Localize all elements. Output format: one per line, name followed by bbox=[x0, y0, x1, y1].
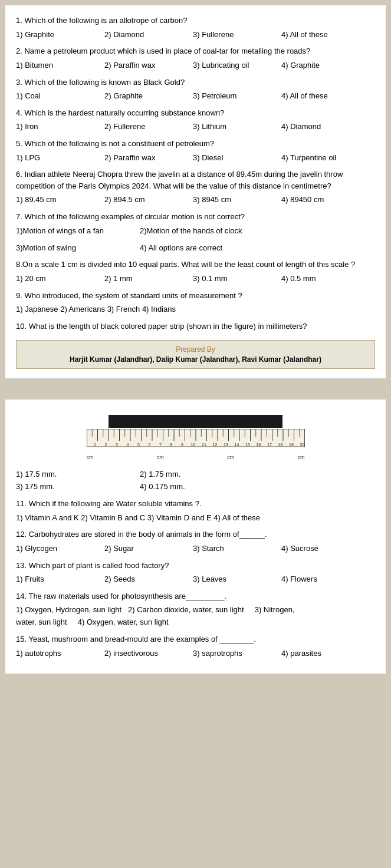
option-12-3: 3) Starch bbox=[193, 543, 275, 555]
svg-text:7: 7 bbox=[159, 443, 162, 447]
ruler-cm-label-left: cm bbox=[87, 454, 94, 460]
option-15-3: 3) saprotrophs bbox=[193, 648, 275, 660]
option-13-4: 4) Flowers bbox=[281, 573, 364, 586]
svg-text:9: 9 bbox=[181, 443, 183, 447]
question-13-options: 1) Fruits 2) Seeds 3) Leaves 4) Flowers bbox=[16, 573, 375, 586]
option-15-4: 4) parasites bbox=[281, 648, 364, 660]
question-1-text: 1. Which of the following is an allotrop… bbox=[16, 15, 375, 27]
question-3-options: 1) Coal 2) Graphite 3) Petroleum 4) All … bbox=[16, 90, 375, 103]
option-3-3: 3) Petroleum bbox=[193, 90, 275, 103]
option-2-3: 3) Lubricating oil bbox=[193, 60, 275, 72]
option-4-2: 2) Fullerene bbox=[104, 121, 187, 133]
svg-text:20: 20 bbox=[300, 443, 304, 447]
option-6-3: 3) 8945 cm bbox=[193, 194, 275, 206]
question-7-options-row1: 1)Motion of wings of a fan 2)Motion of t… bbox=[16, 225, 375, 237]
option-5-4: 4) Turpentine oil bbox=[281, 152, 364, 164]
question-5-options: 1) LPG 2) Paraffin wax 3) Diesel 4) Turp… bbox=[16, 152, 375, 164]
question-14-options: 1) Oxygen, Hydrogen, sun light 2) Carbon… bbox=[16, 604, 375, 629]
option-4-3: 3) Lithium bbox=[193, 121, 275, 133]
option-6-2: 2) 894.5 cm bbox=[104, 194, 187, 206]
question-3-text: 3. Which of the following is known as Bl… bbox=[16, 77, 375, 88]
svg-text:3: 3 bbox=[116, 443, 118, 447]
option-6-1: 1) 89.45 cm bbox=[16, 194, 98, 206]
ruler-option-2: 2) 1.75 mm. bbox=[140, 468, 258, 481]
svg-text:4: 4 bbox=[126, 443, 129, 447]
black-strip bbox=[109, 415, 282, 428]
option-7-1: 1)Motion of wings of a fan bbox=[16, 225, 134, 237]
question-7-text: 7. Which of the following examples of ci… bbox=[16, 211, 375, 223]
option-15-1: 1) autotrophs bbox=[16, 648, 98, 660]
option-5-3: 3) Diesel bbox=[193, 152, 275, 164]
option-7-2: 2)Motion of the hands of clock bbox=[140, 225, 258, 237]
svg-text:11: 11 bbox=[202, 443, 206, 447]
option-12-1: 1) Glycogen bbox=[16, 543, 98, 555]
option-6-4: 4) 89450 cm bbox=[281, 194, 364, 206]
question-7-options-row2: 3)Motion of swing 4) All options are cor… bbox=[16, 242, 375, 255]
option-4-1: 1) Iron bbox=[16, 121, 98, 133]
question-9-options: 1) Japanese 2) Americans 3) French 4) In… bbox=[16, 303, 375, 316]
option-5-1: 1) LPG bbox=[16, 152, 98, 164]
option-13-1: 1) Fruits bbox=[16, 573, 98, 586]
option-2-1: 1) Bitumen bbox=[16, 60, 98, 72]
svg-text:12: 12 bbox=[212, 443, 217, 447]
ruler-cm-label-mid: cm bbox=[157, 454, 164, 460]
option-12-2: 2) Sugar bbox=[104, 543, 187, 555]
prepared-names: Harjit Kumar (Jalandhar), Dalip Kumar (J… bbox=[21, 355, 370, 364]
ruler-image: 1 2 3 4 5 6 7 8 9 10 11 12 13 14 15 16 1… bbox=[87, 429, 305, 453]
svg-text:17: 17 bbox=[267, 443, 272, 447]
svg-text:2: 2 bbox=[104, 443, 107, 447]
question-2-text: 2. Name a petroleum product which is use… bbox=[16, 45, 375, 57]
svg-text:15: 15 bbox=[245, 443, 250, 447]
option-15-2: 2) insectivorous bbox=[104, 648, 187, 660]
question-15-text: 15. Yeast, mushroom and bread-mould are … bbox=[16, 633, 375, 645]
ruler-section: 1 2 3 4 5 6 7 8 9 10 11 12 13 14 15 16 1… bbox=[16, 415, 375, 460]
question-4-options: 1) Iron 2) Fullerene 3) Lithium 4) Diamo… bbox=[16, 121, 375, 133]
question-11-text: 11. Which if the following are Water sol… bbox=[16, 498, 375, 510]
option-1-4: 4) All of these bbox=[281, 29, 364, 41]
option-8-4: 4) 0.5 mm bbox=[281, 273, 364, 285]
question-8-text: 8.On a scale 1 cm is divided into 10 equ… bbox=[16, 259, 375, 270]
question-6-text: 6. Indian athlete Neeraj Chopra threw th… bbox=[16, 169, 375, 192]
page-gap bbox=[0, 384, 391, 394]
option-5-2: 2) Paraffin wax bbox=[104, 152, 187, 164]
option-8-1: 1) 20 cm bbox=[16, 273, 98, 285]
option-8-3: 3) 0.1 mm bbox=[193, 273, 275, 285]
page-2: 1 2 3 4 5 6 7 8 9 10 11 12 13 14 15 16 1… bbox=[5, 399, 386, 674]
svg-text:10: 10 bbox=[190, 443, 195, 447]
option-13-3: 3) Leaves bbox=[193, 573, 275, 586]
option-1-3: 3) Fullerene bbox=[193, 29, 275, 41]
option-13-2: 2) Seeds bbox=[104, 573, 187, 586]
question-8-options: 1) 20 cm 2) 1 mm 3) 0.1 mm 4) 0.5 mm bbox=[16, 273, 375, 285]
svg-text:8: 8 bbox=[170, 443, 172, 447]
ruler-cm-label-right: cm bbox=[297, 454, 304, 460]
question-5-text: 5. Which of the following is not a const… bbox=[16, 138, 375, 150]
ruler-option-3: 3) 175 mm. bbox=[16, 481, 134, 493]
svg-text:18: 18 bbox=[278, 443, 282, 447]
question-6-options: 1) 89.45 cm 2) 894.5 cm 3) 8945 cm 4) 89… bbox=[16, 194, 375, 206]
option-3-1: 1) Coal bbox=[16, 90, 98, 103]
option-2-4: 4) Graphite bbox=[281, 60, 364, 72]
question-9-text: 9. Who introduced, the system of standar… bbox=[16, 290, 375, 302]
option-1-1: 1) Graphite bbox=[16, 29, 98, 41]
svg-text:14: 14 bbox=[234, 443, 239, 447]
page-1: 1. Which of the following is an allotrop… bbox=[5, 5, 386, 379]
question-11-options: 1) Vitamin A and K 2) Vitamin B and C 3)… bbox=[16, 512, 375, 524]
question-4-text: 4. Which is the hardest naturally occurr… bbox=[16, 107, 375, 119]
option-2-2: 2) Paraffin wax bbox=[104, 60, 187, 72]
option-3-2: 2) Graphite bbox=[104, 90, 187, 103]
question-2-options: 1) Bitumen 2) Paraffin wax 3) Lubricatin… bbox=[16, 60, 375, 72]
prepared-by-label: Prepared By bbox=[21, 345, 370, 354]
prepared-box: Prepared By Harjit Kumar (Jalandhar), Da… bbox=[16, 340, 375, 369]
ruler-option-1: 1) 17.5 mm. bbox=[16, 468, 134, 481]
question-14-text: 14. The raw materials used for photosynt… bbox=[16, 590, 375, 602]
ruler-cm-label-right2: cm bbox=[227, 454, 234, 460]
svg-text:6: 6 bbox=[148, 443, 150, 447]
question-15-options: 1) autotrophs 2) insectivorous 3) saprot… bbox=[16, 648, 375, 660]
option-12-4: 4) Sucrose bbox=[281, 543, 364, 555]
svg-text:5: 5 bbox=[137, 443, 140, 447]
option-7-3: 3)Motion of swing bbox=[16, 242, 134, 255]
question-13-text: 13. Which part of plant is called food f… bbox=[16, 560, 375, 572]
option-3-4: 4) All of these bbox=[281, 90, 364, 103]
question-10-text: 10. What is the length of black colored … bbox=[16, 321, 375, 332]
svg-text:19: 19 bbox=[289, 443, 294, 447]
